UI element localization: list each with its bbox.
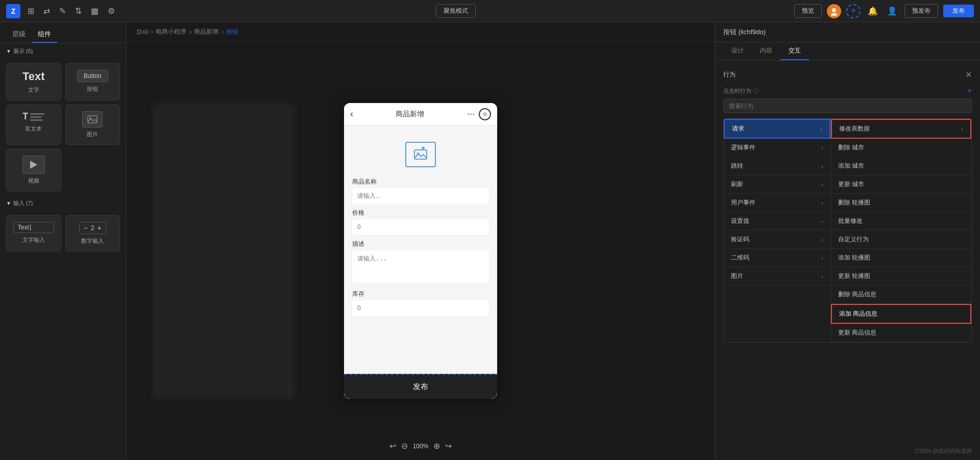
display-section-header[interactable]: ▼ 展示 (5) (0, 43, 126, 59)
text-component[interactable]: Text 文字 (6, 63, 61, 100)
canvas-area[interactable]: ‹ 商品新增 ··· ⊙ (127, 42, 715, 460)
on-click-row: 点击时行为 ⓘ + (723, 83, 972, 99)
image-component[interactable]: 图片 (65, 105, 120, 145)
number-input-label: 数字输入 (81, 237, 104, 245)
action-update-city[interactable]: 更新 城市 (831, 175, 971, 194)
action-image[interactable]: 图片 › (724, 267, 830, 286)
text-input-component[interactable]: Text 文字输入 (6, 215, 61, 251)
input-product-name[interactable] (352, 188, 489, 203)
watermark: CSDN @低代码布道师 (915, 447, 972, 455)
behavior-row: 行为 ✕ (723, 67, 972, 83)
behavior-label: 行为 (723, 70, 736, 79)
action-modify-table[interactable]: 修改表数据 › (831, 119, 971, 139)
action-panel: 请求 › 逻辑事件 › 跳转 › 刷新 › (723, 118, 972, 343)
submit-button[interactable]: 发布 (344, 374, 497, 399)
action-refresh[interactable]: 刷新 › (724, 175, 830, 194)
chevron-right-icon: › (821, 163, 823, 169)
phone-title: 商品新增 (396, 110, 424, 119)
phone-top-bar: ‹ 商品新增 ··· ⊙ (344, 103, 497, 125)
button-component-label: 按钮 (87, 85, 98, 93)
right-panel: 按钮 (lichf9do) 设计 内容 交互 行为 ✕ 点击时行为 ⓘ + (715, 22, 980, 460)
action-logic-event[interactable]: 逻辑事件 › (724, 139, 830, 157)
label-price: 价格 (352, 209, 489, 217)
input-stock[interactable] (352, 300, 489, 316)
tab-design[interactable]: 设计 (723, 42, 752, 60)
breadcrumb-item-1[interactable]: 电商小程序 (156, 28, 186, 36)
action-qrcode[interactable]: 二维码 › (724, 249, 830, 267)
image-preview (82, 111, 103, 127)
grid-icon: ⊞ (28, 6, 34, 16)
chevron-right-icon: › (820, 126, 822, 132)
breadcrumb-item-0[interactable]: D>0 (137, 29, 148, 36)
cursor-icon (30, 224, 31, 231)
avatar (827, 4, 841, 18)
action-update-carousel[interactable]: 更新 轮播图 (831, 267, 971, 286)
breadcrumb-item-2[interactable]: 商品新增 (194, 28, 218, 36)
share-icon-btn[interactable]: ⇄ (41, 4, 52, 18)
back-arrow-icon[interactable]: ‹ (350, 109, 353, 119)
action-add-carousel[interactable]: 添加 轮播图 (831, 249, 971, 267)
notification-icon-btn[interactable]: 🔔 (866, 4, 880, 18)
action-delete-city[interactable]: 删除 城市 (831, 139, 971, 157)
phone-body: 商品名称 价格 描述 库存 (344, 125, 497, 399)
redo-button[interactable]: ↪ (445, 441, 452, 451)
add-behavior-button[interactable]: + (967, 86, 972, 95)
action-delete-product[interactable]: 删除 商品信息 (831, 286, 971, 304)
user-icon-btn[interactable]: 👤 (885, 4, 899, 18)
image-component-label: 图片 (87, 131, 98, 138)
right-panel-body: 行为 ✕ 点击时行为 ⓘ + 请求 › (715, 61, 980, 460)
prepublish-button[interactable]: 预发布 (904, 4, 938, 18)
button-component[interactable]: Button 按钮 (65, 63, 120, 100)
action-delete-carousel[interactable]: 删除 轮播图 (831, 194, 971, 212)
action-request[interactable]: 请求 › (724, 119, 830, 139)
close-behavior-button[interactable]: ✕ (965, 70, 972, 80)
focus-mode-button[interactable]: 聚焦模式 (436, 4, 476, 18)
grid-icon-btn[interactable]: ⊞ (26, 4, 36, 18)
add-user-button[interactable]: + (846, 4, 861, 18)
publish-button[interactable]: 发布 (943, 5, 974, 17)
input-price[interactable] (352, 219, 489, 235)
zoom-out-button[interactable]: ⊖ (401, 441, 408, 451)
target-icon[interactable]: ⊙ (479, 108, 491, 120)
input-description[interactable] (352, 250, 489, 283)
user-icon: 👤 (887, 6, 897, 16)
tab-interact[interactable]: 交互 (780, 42, 809, 60)
action-update-product[interactable]: 更新 商品信息 (831, 324, 971, 342)
preview-button[interactable]: 预览 (794, 4, 822, 18)
label-product-name: 商品名称 (352, 177, 489, 186)
filter-icon-btn[interactable]: ⇅ (73, 4, 84, 18)
display-component-grid: Text 文字 Button 按钮 T 富文本 (0, 59, 126, 195)
undo-button[interactable]: ↩ (389, 441, 396, 451)
chevron-right-icon: › (821, 218, 823, 224)
action-add-city[interactable]: 添加 城市 (831, 157, 971, 175)
action-batch-modify[interactable]: 批量修改 (831, 212, 971, 231)
action-set-value[interactable]: 设置值 › (724, 212, 830, 231)
video-component[interactable]: 视频 (6, 149, 61, 191)
input-section-header[interactable]: ▼ 输入 (7) (0, 195, 126, 211)
zoom-in-button[interactable]: ⊕ (433, 441, 440, 451)
top-bar-left: Z ⊞ ⇄ ✎ ⇅ ▦ ⚙ (6, 4, 117, 18)
action-jump[interactable]: 跳转 › (724, 157, 830, 175)
action-captcha[interactable]: 验证码 › (724, 231, 830, 249)
image-placeholder (352, 132, 489, 177)
grid2-icon-btn[interactable]: ▦ (89, 4, 101, 18)
breadcrumb-item-3: 按钮 (226, 28, 238, 36)
upload-image-icon[interactable] (405, 142, 436, 167)
action-user-event[interactable]: 用户事件 › (724, 194, 830, 212)
tab-layers[interactable]: 层级 (6, 27, 32, 43)
number-input-preview: − 2 + (79, 222, 106, 234)
action-custom[interactable]: 自定义行为 (831, 231, 971, 249)
pin-icon-btn[interactable]: ✎ (57, 4, 68, 18)
search-behavior-input[interactable] (723, 99, 972, 113)
number-input-component[interactable]: − 2 + 数字输入 (65, 215, 120, 251)
tab-components[interactable]: 组件 (32, 27, 57, 43)
logo-button[interactable]: Z (6, 4, 20, 18)
text-input-label: 文字输入 (22, 236, 45, 244)
more-options-icon[interactable]: ··· (467, 109, 475, 119)
settings-icon-btn[interactable]: ⚙ (106, 4, 117, 18)
top-bar-center: 聚焦模式 (436, 4, 476, 18)
richtext-component[interactable]: T 富文本 (6, 105, 61, 145)
action-add-product[interactable]: 添加 商品信息 (831, 304, 971, 324)
tab-content[interactable]: 内容 (752, 42, 780, 60)
chevron-right-icon: › (821, 255, 823, 261)
